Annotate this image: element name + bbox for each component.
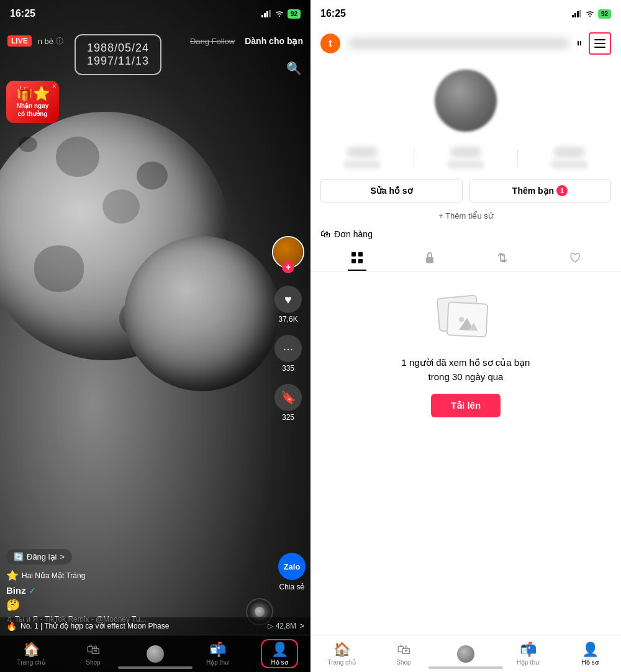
svg-rect-9 bbox=[358, 252, 363, 257]
svg-rect-3 bbox=[269, 10, 271, 17]
tab-liked[interactable] bbox=[538, 245, 611, 271]
battery-badge-left: 92 bbox=[288, 9, 301, 19]
live-badge[interactable]: LIVE bbox=[7, 35, 32, 47]
menu-line-1 bbox=[594, 39, 605, 40]
song-info: ⭐ Hai Nửa Mặt Trăng bbox=[6, 570, 304, 581]
stat-following-value-blurred bbox=[347, 147, 378, 158]
repost-icon: 🔄 bbox=[14, 552, 24, 561]
svg-rect-7 bbox=[579, 10, 581, 17]
tab-videos[interactable] bbox=[320, 245, 393, 271]
add-friend-button[interactable]: Thêm bạn 1 bbox=[469, 179, 611, 202]
battery-badge-right: 92 bbox=[598, 9, 611, 19]
like-action[interactable]: ♥ 37,6K bbox=[274, 286, 302, 324]
nav-inbox-left[interactable]: 📬 Hộp thư bbox=[199, 642, 236, 666]
home-label-right: Trang chủ bbox=[327, 659, 355, 666]
comment-icon[interactable]: ··· bbox=[274, 335, 302, 362]
upload-button[interactable]: Tải lên bbox=[431, 394, 501, 417]
svg-rect-12 bbox=[426, 257, 433, 263]
nav-inbox-right[interactable]: 📬 Hộp thư bbox=[509, 642, 546, 666]
status-time-right: 16:25 bbox=[320, 8, 346, 19]
username-row: Binz ✓ bbox=[6, 585, 304, 596]
nav-for-you-label[interactable]: Dành cho bạn bbox=[245, 36, 303, 46]
nav-follow-label[interactable]: Đang Follow bbox=[190, 37, 235, 46]
comment-count: 335 bbox=[282, 364, 294, 373]
menu-line-2 bbox=[594, 43, 605, 44]
menu-button[interactable] bbox=[589, 32, 611, 55]
bio-add-label[interactable]: + Thêm tiểu sử bbox=[438, 211, 493, 220]
home-indicator-right bbox=[428, 666, 503, 669]
svg-rect-11 bbox=[358, 259, 363, 263]
trending-bar[interactable]: 🔥 No. 1 | Thử độ hợp cạ với effect Moon … bbox=[0, 617, 310, 635]
gift-popup[interactable]: × 🎁⭐ Nhận ngaycó thưởng bbox=[6, 81, 59, 123]
heart-tab-icon bbox=[568, 251, 582, 265]
nav-shop-right[interactable]: 🛍 Shop bbox=[385, 642, 422, 666]
profile-icon-right: 👤 bbox=[582, 642, 599, 658]
nav-profile-right[interactable]: 👤 Hồ sơ bbox=[571, 642, 609, 666]
nav-moon-left[interactable] bbox=[137, 645, 174, 663]
bottom-overlay: 🔄 Đăng lại > ⭐ Hai Nửa Mặt Trăng Binz ✓ … bbox=[0, 549, 310, 629]
date-overlay: 1988/05/24 1997/11/13 bbox=[75, 34, 161, 75]
svg-rect-2 bbox=[266, 11, 268, 17]
tab-repost[interactable] bbox=[466, 245, 538, 271]
headphone-icon[interactable]: 𝄥 bbox=[578, 37, 581, 51]
status-icons-left: 92 bbox=[261, 9, 301, 19]
status-bar-right: 16:25 92 bbox=[310, 0, 621, 27]
creator-username[interactable]: Binz bbox=[6, 585, 26, 596]
tiktok-logo: t bbox=[320, 34, 340, 53]
svg-rect-0 bbox=[261, 15, 263, 17]
action-buttons: Sửa hồ sơ Thêm bạn 1 bbox=[310, 174, 621, 207]
profile-label-right: Hồ sơ bbox=[582, 659, 599, 666]
shop-label-right: Shop bbox=[396, 659, 410, 666]
orders-section[interactable]: 🛍 Đơn hàng bbox=[310, 224, 621, 245]
home-icon-right: 🏠 bbox=[333, 642, 350, 658]
inbox-label-right: Hộp thư bbox=[517, 659, 539, 666]
friend-badge: 1 bbox=[556, 185, 568, 196]
avatar-section bbox=[310, 60, 621, 139]
creator-avatar-container[interactable]: + bbox=[272, 236, 304, 268]
stats-row bbox=[310, 139, 621, 174]
edit-profile-button[interactable]: Sửa hồ sơ bbox=[320, 179, 463, 202]
moon-nav-icon-right bbox=[457, 645, 474, 663]
search-icon[interactable]: 🔍 bbox=[286, 61, 302, 76]
status-time-left: 16:25 bbox=[10, 8, 35, 19]
nav-shop-left[interactable]: 🛍 Shop bbox=[75, 642, 112, 666]
inbox-label: Hộp thư bbox=[206, 659, 229, 666]
orders-icon: 🛍 bbox=[320, 229, 330, 240]
moon-small bbox=[124, 236, 279, 391]
repost-arrow: > bbox=[60, 552, 65, 561]
right-sidebar: + ♥ 37,6K ··· 335 🔖 325 bbox=[272, 236, 304, 422]
date-line-2: 1997/11/13 bbox=[87, 55, 149, 68]
bio-section: + Thêm tiểu sử bbox=[310, 207, 621, 224]
like-icon[interactable]: ♥ bbox=[274, 286, 302, 313]
orders-label: Đơn hàng bbox=[334, 229, 373, 239]
bookmark-action[interactable]: 🔖 325 bbox=[274, 384, 302, 422]
nav-profile-left[interactable]: 👤 Hồ sơ bbox=[261, 639, 298, 668]
profile-header: t 𝄥 bbox=[310, 27, 621, 60]
lock-tab-icon bbox=[423, 251, 437, 265]
nav-moon-right[interactable] bbox=[447, 645, 484, 663]
tab-private[interactable] bbox=[393, 245, 466, 271]
wifi-icon bbox=[274, 10, 284, 17]
stat-followers bbox=[414, 147, 517, 169]
nav-center: Đang Follow Dành cho bạn bbox=[190, 36, 303, 46]
svg-rect-10 bbox=[351, 259, 356, 263]
repost-tab-icon bbox=[496, 251, 509, 265]
add-friend-label: Thêm bạn bbox=[512, 186, 554, 196]
star-song-icon: ⭐ bbox=[6, 570, 19, 581]
nav-left-group: LIVE n bè ⓘ bbox=[7, 35, 63, 47]
comment-action[interactable]: ··· 335 bbox=[274, 335, 302, 373]
like-count: 37,6K bbox=[278, 315, 297, 324]
nav-home-right[interactable]: 🏠 Trang chủ bbox=[323, 642, 360, 666]
status-bar-left: 16:25 92 bbox=[0, 0, 310, 27]
profile-icon-left: 👤 bbox=[271, 642, 288, 658]
svg-rect-8 bbox=[351, 252, 356, 257]
shop-label: Shop bbox=[86, 659, 100, 666]
nav-home-left[interactable]: 🏠 Trang chủ bbox=[12, 642, 50, 666]
empty-card-front-inner bbox=[453, 308, 482, 331]
repost-button[interactable]: 🔄 Đăng lại > bbox=[6, 549, 72, 565]
bookmark-icon[interactable]: 🔖 bbox=[274, 384, 302, 411]
shop-icon: 🛍 bbox=[86, 642, 100, 658]
follow-add-button[interactable]: + bbox=[282, 261, 294, 273]
left-panel: 16:25 92 LIVE n bè ⓘ Đang Follow Dành bbox=[0, 0, 310, 672]
gift-close-icon[interactable]: × bbox=[52, 82, 57, 91]
